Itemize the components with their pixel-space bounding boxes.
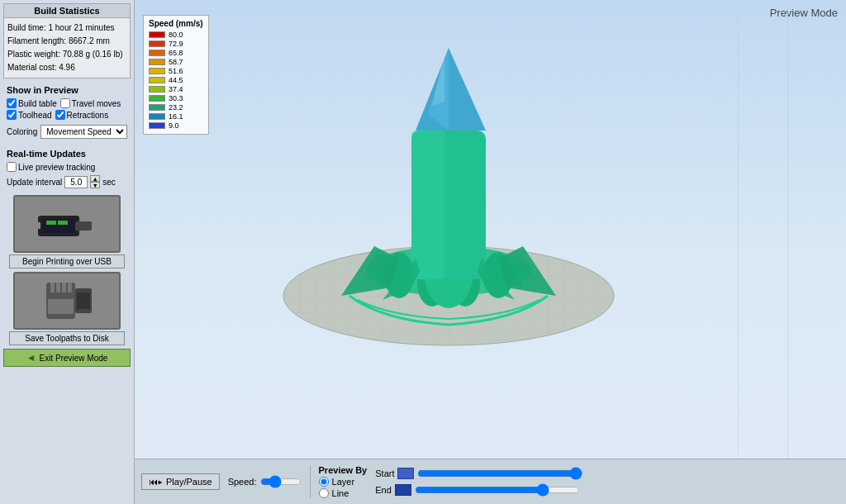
disk-thumbnail	[13, 272, 121, 330]
bottom-bar: ⏮▶ Play/Pause Speed: Preview By Layer Li…	[135, 459, 846, 504]
exit-arrow-icon: ◄	[26, 352, 36, 364]
disk-section: Save Toolpaths to Disk	[3, 272, 131, 345]
legend-item-4: 51.6	[149, 67, 203, 75]
layer-radio-row: Layer	[319, 477, 368, 487]
speed-legend-title: Speed (mm/s)	[149, 19, 203, 28]
layer-label: Layer	[332, 477, 355, 487]
svg-rect-7	[50, 283, 55, 292]
realtime-section: Real-time Updates Live preview tracking …	[3, 145, 131, 192]
legend-value-6: 37.4	[169, 85, 183, 93]
end-label: End	[375, 485, 392, 495]
play-pause-button[interactable]: ⏮▶ Play/Pause	[141, 473, 220, 490]
update-interval-label: Update interval	[7, 178, 62, 187]
legend-color-3	[149, 59, 165, 65]
legend-value-0: 80.0	[169, 31, 183, 39]
divider	[310, 465, 311, 498]
legend-item-3: 58.7	[149, 58, 203, 66]
toolhead-row: Toolhead	[7, 110, 52, 120]
legend-item-5: 44.5	[149, 76, 203, 84]
interval-spinner: ▲ ▼	[90, 175, 100, 188]
preview-header: Preview Mode	[135, 0, 846, 7]
legend-value-3: 58.7	[169, 58, 183, 66]
legend-color-1	[149, 40, 165, 47]
retractions-checkbox[interactable]	[55, 110, 65, 120]
live-preview-checkbox[interactable]	[7, 162, 17, 172]
exit-preview-label: Exit Preview Mode	[40, 354, 108, 363]
legend-color-2	[149, 50, 165, 56]
svg-rect-10	[68, 283, 72, 292]
build-table-row: Build table	[7, 98, 57, 108]
legend-item-8: 23.2	[149, 103, 203, 112]
end-slider[interactable]	[415, 483, 580, 497]
usb-section: Begin Printing over USB	[3, 195, 131, 269]
svg-rect-9	[62, 283, 66, 292]
legend-item-9: 16.1	[149, 112, 203, 121]
start-layer-indicator	[397, 468, 414, 479]
show-preview-section: Show in Preview Build table Travel moves…	[3, 82, 131, 142]
update-interval-input[interactable]	[64, 176, 88, 188]
legend-value-7: 30.3	[169, 94, 183, 102]
speed-slider[interactable]	[260, 475, 302, 488]
svg-rect-25	[411, 131, 444, 279]
legend-item-7: 30.3	[149, 94, 203, 102]
legend-item-1: 72.9	[149, 40, 203, 48]
start-slider[interactable]	[417, 467, 582, 480]
build-stats-title: Build Statistics	[4, 4, 130, 18]
legend-color-4	[149, 68, 165, 74]
usb-print-button[interactable]: Begin Printing over USB	[9, 254, 125, 269]
interval-up-button[interactable]: ▲	[90, 175, 100, 182]
preview-by-label: Preview By	[319, 465, 368, 475]
toolhead-checkbox[interactable]	[7, 110, 17, 120]
legend-color-10	[149, 122, 165, 129]
svg-rect-4	[46, 221, 56, 225]
live-preview-label: Live preview tracking	[18, 163, 95, 172]
update-interval-row: Update interval ▲ ▼ sec	[7, 175, 127, 188]
travel-moves-checkbox[interactable]	[60, 98, 70, 108]
wall-line-right	[787, 7, 788, 459]
travel-moves-label: Travel moves	[72, 99, 121, 108]
svg-rect-13	[77, 292, 90, 309]
live-preview-row: Live preview tracking	[7, 162, 127, 172]
interval-unit: sec	[102, 178, 116, 187]
legend-item-0: 80.0	[149, 31, 203, 39]
legend-value-10: 9.0	[169, 121, 179, 130]
retractions-row: Retractions	[55, 110, 109, 120]
travel-moves-row: Travel moves	[60, 98, 121, 108]
rocket-scene-svg	[217, 15, 672, 370]
usb-thumbnail	[13, 195, 121, 253]
legend-color-6	[149, 86, 165, 93]
end-layer-indicator	[395, 484, 411, 496]
disk-save-button[interactable]: Save Toolpaths to Disk	[9, 331, 125, 345]
wall-line-right2	[738, 7, 739, 459]
line-label: Line	[332, 488, 349, 498]
coloring-label: Coloring	[7, 127, 37, 136]
build-stats-content: Build time: 1 hour 21 minutes Filament l…	[7, 21, 126, 74]
left-panel: Build Statistics Build time: 1 hour 21 m…	[0, 0, 135, 504]
build-time: Build time: 1 hour 21 minutes	[7, 21, 126, 35]
svg-rect-1	[75, 221, 92, 231]
build-statistics-panel: Build Statistics Build time: 1 hour 21 m…	[3, 3, 131, 78]
coloring-select[interactable]: Movement Speed Feature Type	[40, 125, 127, 139]
layer-radio[interactable]	[319, 477, 329, 487]
sd-card-icon	[30, 276, 104, 326]
legend-color-8	[149, 104, 165, 111]
material-cost: Material cost: 4.96	[7, 61, 126, 74]
svg-rect-3	[34, 222, 40, 229]
interval-down-button[interactable]: ▼	[90, 182, 100, 188]
start-end-section: Start End	[375, 467, 582, 497]
preview-by-section: Preview By Layer Line	[319, 465, 368, 498]
legend-value-9: 16.1	[169, 112, 183, 121]
line-radio-row: Line	[319, 488, 368, 498]
build-table-checkbox[interactable]	[7, 98, 17, 108]
legend-value-1: 72.9	[169, 40, 183, 48]
play-pause-icon: ⏮▶	[149, 477, 163, 487]
start-label: Start	[375, 468, 394, 478]
line-radio[interactable]	[319, 488, 329, 498]
filament-length: Filament length: 8667.2 mm	[7, 35, 126, 48]
legend-item-10: 9.0	[149, 121, 203, 130]
coloring-row: Coloring Movement Speed Feature Type	[7, 125, 127, 139]
preview-3d: Speed (mm/s) 80.0 72.9 65.8 58.7	[135, 7, 846, 459]
svg-rect-11	[48, 299, 74, 314]
speed-legend: Speed (mm/s) 80.0 72.9 65.8 58.7	[143, 15, 209, 135]
exit-preview-button[interactable]: ◄ Exit Preview Mode	[3, 349, 131, 367]
